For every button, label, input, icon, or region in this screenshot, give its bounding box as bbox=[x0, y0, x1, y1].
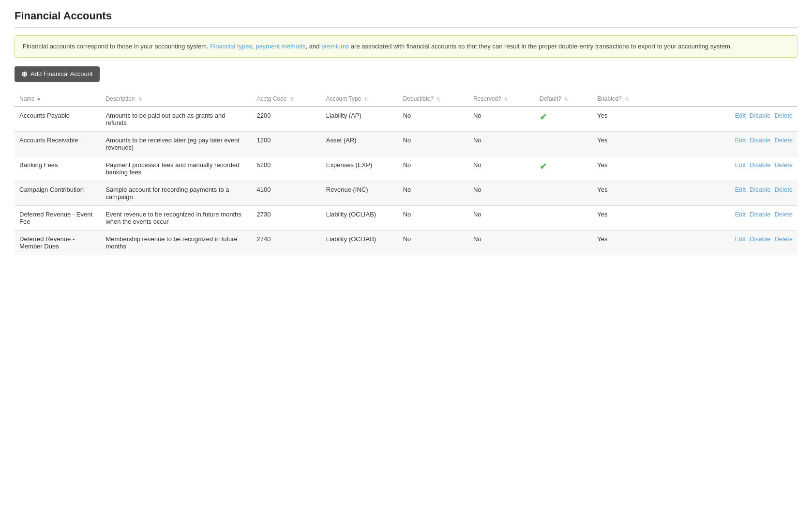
cell-name: Accounts Receivable bbox=[15, 131, 101, 156]
edit-link[interactable]: Edit bbox=[735, 161, 746, 169]
table-row: Deferred Revenue - Event FeeEvent revenu… bbox=[15, 205, 797, 230]
financial-accounts-table: Name ▲ Description ⇅ Acctg Code ⇅ Accoun… bbox=[15, 92, 797, 255]
cell-acctg-code: 1200 bbox=[252, 131, 321, 156]
cell-reserved: No bbox=[468, 156, 535, 181]
info-box: Financial accounts correspond to those i… bbox=[15, 35, 797, 58]
col-name-label: Name bbox=[19, 95, 35, 102]
default-sort-icon: ⇅ bbox=[564, 96, 568, 102]
disable-link[interactable]: Disable bbox=[750, 112, 770, 119]
col-header-reserved[interactable]: Reserved? ⇅ bbox=[468, 92, 535, 107]
delete-link[interactable]: Delete bbox=[774, 112, 793, 119]
col-header-description[interactable]: Description ⇅ bbox=[101, 92, 252, 107]
cell-description: Amounts to be paid out such as grants an… bbox=[101, 107, 252, 132]
cell-default bbox=[535, 181, 592, 205]
edit-link[interactable]: Edit bbox=[735, 186, 746, 193]
cell-description: Payment processor fees and manually reco… bbox=[101, 156, 252, 181]
cell-account-type: Liability (OCLIAB) bbox=[321, 205, 398, 230]
cell-reserved: No bbox=[468, 107, 535, 132]
edit-link[interactable]: Edit bbox=[735, 211, 746, 218]
cell-acctg-code: 5200 bbox=[252, 156, 321, 181]
deduct-sort-icon: ⇅ bbox=[436, 96, 440, 102]
cell-actions: EditDisableDelete bbox=[654, 205, 797, 230]
cell-default bbox=[535, 131, 592, 156]
cell-enabled: Yes bbox=[592, 156, 653, 181]
col-header-account-type[interactable]: Account Type ⇅ bbox=[321, 92, 398, 107]
cell-enabled: Yes bbox=[592, 205, 653, 230]
desc-sort-icon: ⇅ bbox=[138, 96, 142, 102]
cell-enabled: Yes bbox=[592, 181, 653, 205]
table-header-row: Name ▲ Description ⇅ Acctg Code ⇅ Accoun… bbox=[15, 92, 797, 107]
cell-acctg-code: 2200 bbox=[252, 107, 321, 132]
cell-default bbox=[535, 205, 592, 230]
disable-link[interactable]: Disable bbox=[750, 235, 770, 243]
col-header-deductible[interactable]: Deductible? ⇅ bbox=[398, 92, 468, 107]
cell-name: Deferred Revenue - Member Dues bbox=[15, 230, 101, 255]
disable-link[interactable]: Disable bbox=[750, 211, 770, 218]
edit-link[interactable]: Edit bbox=[735, 235, 746, 243]
cell-reserved: No bbox=[468, 131, 535, 156]
disable-link[interactable]: Disable bbox=[750, 186, 770, 193]
page-title: Financial Accounts bbox=[15, 10, 797, 28]
cell-description: Membership revenue to be recognized in f… bbox=[101, 230, 252, 255]
cell-name: Campaign Contribution bbox=[15, 181, 101, 205]
cell-acctg-code: 2740 bbox=[252, 230, 321, 255]
cell-enabled: Yes bbox=[592, 131, 653, 156]
cell-account-type: Liability (AP) bbox=[321, 107, 398, 132]
col-header-acctg-code[interactable]: Acctg Code ⇅ bbox=[252, 92, 321, 107]
cell-default bbox=[535, 230, 592, 255]
table-row: Accounts ReceivableAmounts to be receive… bbox=[15, 131, 797, 156]
cell-deductible: No bbox=[398, 107, 468, 132]
plus-icon: ⊕ bbox=[21, 70, 28, 78]
reserved-sort-icon: ⇅ bbox=[504, 96, 508, 102]
cell-enabled: Yes bbox=[592, 230, 653, 255]
cell-reserved: No bbox=[468, 230, 535, 255]
edit-link[interactable]: Edit bbox=[735, 137, 746, 144]
cell-deductible: No bbox=[398, 156, 468, 181]
col-header-default[interactable]: Default? ⇅ bbox=[535, 92, 592, 107]
type-sort-icon: ⇅ bbox=[364, 96, 368, 102]
delete-link[interactable]: Delete bbox=[774, 235, 793, 243]
checkmark-icon: ✔ bbox=[540, 112, 547, 122]
cell-deductible: No bbox=[398, 205, 468, 230]
cell-reserved: No bbox=[468, 181, 535, 205]
cell-description: Event revenue to be recognized in future… bbox=[101, 205, 252, 230]
cell-acctg-code: 4100 bbox=[252, 181, 321, 205]
col-header-name[interactable]: Name ▲ bbox=[15, 92, 101, 107]
cell-name: Deferred Revenue - Event Fee bbox=[15, 205, 101, 230]
cell-deductible: No bbox=[398, 181, 468, 205]
financial-types-link[interactable]: Financial types bbox=[210, 43, 252, 50]
add-financial-account-button[interactable]: ⊕ Add Financial Account bbox=[15, 66, 100, 82]
cell-actions: EditDisableDelete bbox=[654, 156, 797, 181]
cell-name: Banking Fees bbox=[15, 156, 101, 181]
info-text-part1: Financial accounts correspond to those i… bbox=[23, 43, 210, 50]
delete-link[interactable]: Delete bbox=[774, 211, 793, 218]
premiums-link[interactable]: premiums bbox=[321, 43, 349, 50]
delete-link[interactable]: Delete bbox=[774, 161, 793, 169]
checkmark-icon: ✔ bbox=[540, 162, 547, 171]
cell-actions: EditDisableDelete bbox=[654, 131, 797, 156]
delete-link[interactable]: Delete bbox=[774, 137, 793, 144]
edit-link[interactable]: Edit bbox=[735, 112, 746, 119]
cell-default: ✔ bbox=[535, 156, 592, 181]
cell-deductible: No bbox=[398, 230, 468, 255]
col-header-enabled[interactable]: Enabled? ⇅ bbox=[592, 92, 653, 107]
code-sort-icon: ⇅ bbox=[290, 96, 294, 102]
info-text-part4: are associated with financial accounts s… bbox=[349, 43, 732, 50]
table-row: Accounts PayableAmounts to be paid out s… bbox=[15, 107, 797, 132]
page-container: Financial Accounts Financial accounts co… bbox=[0, 0, 812, 524]
cell-deductible: No bbox=[398, 131, 468, 156]
table-row: Campaign ContributionSample account for … bbox=[15, 181, 797, 205]
cell-account-type: Revenue (INC) bbox=[321, 181, 398, 205]
cell-reserved: No bbox=[468, 205, 535, 230]
disable-link[interactable]: Disable bbox=[750, 161, 770, 169]
cell-description: Amounts to be received later (eg pay lat… bbox=[101, 131, 252, 156]
payment-methods-link[interactable]: payment methods bbox=[256, 43, 305, 50]
name-sort-arrow: ▲ bbox=[36, 96, 41, 101]
disable-link[interactable]: Disable bbox=[750, 137, 770, 144]
cell-account-type: Liability (OCLIAB) bbox=[321, 230, 398, 255]
table-row: Deferred Revenue - Member DuesMembership… bbox=[15, 230, 797, 255]
delete-link[interactable]: Delete bbox=[774, 186, 793, 193]
cell-actions: EditDisableDelete bbox=[654, 181, 797, 205]
cell-enabled: Yes bbox=[592, 107, 653, 132]
table-row: Banking FeesPayment processor fees and m… bbox=[15, 156, 797, 181]
